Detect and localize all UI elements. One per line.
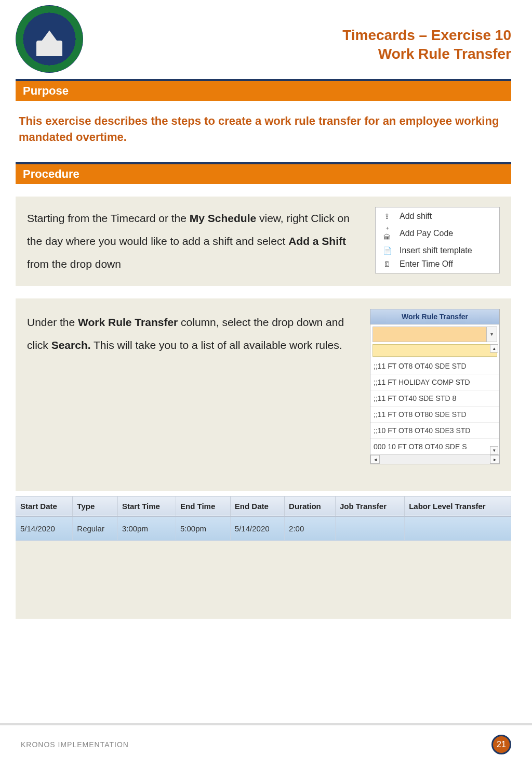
add-shift-icon: ⇪: [382, 212, 392, 220]
dropdown-option[interactable]: ;;11 FT OT40 SDE STD 8: [370, 390, 499, 406]
shift-table: Start Date Type Start Time End Time End …: [16, 496, 511, 541]
cell-type[interactable]: Regular: [73, 516, 118, 541]
title-line-2: Work Rule Transfer: [342, 45, 511, 63]
purpose-heading: Purpose: [16, 79, 511, 101]
scroll-left-button[interactable]: ◂: [370, 455, 380, 464]
dropdown-option-list: ;;11 FT OT8 OT40 SDE STD ;;11 FT HOLIDAY…: [370, 358, 499, 454]
context-menu: ⇪ Add shift ⁺🏛 Add Pay Code 📄 Insert shi…: [375, 207, 500, 273]
scroll-track[interactable]: [380, 455, 490, 464]
col-type: Type: [73, 496, 118, 516]
context-menu-label: Enter Time Off: [400, 259, 453, 269]
scroll-right-button[interactable]: ▸: [490, 455, 499, 464]
step-1-text: Starting from the Timecard or the My Sch…: [27, 207, 363, 276]
purpose-text: This exercise describes the steps to cre…: [0, 101, 532, 156]
scroll-up-button[interactable]: ▴: [490, 344, 498, 353]
cell-duration[interactable]: 2:00: [285, 516, 336, 541]
col-end-time: End Time: [176, 496, 231, 516]
shift-table-container: Start Date Type Start Time End Time End …: [16, 494, 511, 619]
title-line-1: Timecards – Exercise 10: [342, 26, 511, 45]
procedure-heading: Procedure: [16, 162, 511, 184]
scroll-down-button[interactable]: ▾: [490, 446, 498, 454]
insert-template-icon: 📄: [382, 246, 392, 255]
dropdown-option[interactable]: ;;11 FT OT8 OT40 SDE STD: [370, 358, 499, 374]
context-menu-label: Add shift: [400, 212, 432, 221]
cell-start-time[interactable]: 3:00pm: [117, 516, 176, 541]
dropdown-search-field[interactable]: [373, 344, 497, 357]
context-menu-label: Add Pay Code: [400, 229, 453, 238]
cell-end-date[interactable]: 5/14/2020: [230, 516, 284, 541]
page-number-badge: 21: [491, 735, 511, 754]
context-menu-add-pay-code[interactable]: ⁺🏛 Add Pay Code: [376, 223, 499, 244]
table-header-row: Start Date Type Start Time End Time End …: [16, 496, 511, 516]
context-menu-label: Insert shift template: [400, 246, 472, 255]
context-menu-enter-time-off[interactable]: 🗓 Enter Time Off: [376, 257, 499, 271]
cell-end-time[interactable]: 5:00pm: [176, 516, 231, 541]
dropdown-value: [373, 327, 486, 342]
col-start-date: Start Date: [16, 496, 73, 516]
col-duration: Duration: [285, 496, 336, 516]
table-row[interactable]: 5/14/2020 Regular 3:00pm 5:00pm 5/14/202…: [16, 516, 511, 541]
chevron-down-icon[interactable]: ▾: [486, 327, 497, 342]
page-footer: KRONOS IMPLEMENTATION 21: [0, 723, 532, 769]
dropdown-option[interactable]: ;;11 FT HOLIDAY COMP STD: [370, 374, 499, 390]
dropdown-option[interactable]: 000 10 FT OT8 OT40 SDE S: [370, 438, 499, 454]
col-end-date: End Date: [230, 496, 284, 516]
dropdown-header: Work Rule Transfer: [370, 309, 499, 324]
horizontal-scrollbar[interactable]: ◂ ▸: [370, 454, 499, 464]
col-labor-level-transfer: Labor Level Transfer: [405, 496, 511, 516]
cell-job-transfer[interactable]: [335, 516, 404, 541]
document-title: Timecards – Exercise 10 Work Rule Transf…: [342, 26, 511, 64]
step-2-text: Under the Work Rule Transfer column, sel…: [27, 309, 364, 357]
cell-labor-level-transfer[interactable]: [405, 516, 511, 541]
col-job-transfer: Job Transfer: [335, 496, 404, 516]
procedure-step-2: Under the Work Rule Transfer column, sel…: [16, 298, 511, 491]
col-start-time: Start Time: [117, 496, 176, 516]
dropdown-option[interactable]: ;;10 FT OT8 OT40 SDE3 STD: [370, 422, 499, 438]
footer-text: KRONOS IMPLEMENTATION: [21, 740, 129, 749]
time-off-icon: 🗓: [382, 260, 392, 268]
add-pay-code-icon: ⁺🏛: [382, 225, 392, 242]
dropdown-select[interactable]: ▾: [373, 327, 497, 342]
procedure-step-1: Starting from the Timecard or the My Sch…: [16, 197, 511, 286]
cell-start-date[interactable]: 5/14/2020: [16, 516, 73, 541]
context-menu-insert-shift-template[interactable]: 📄 Insert shift template: [376, 244, 499, 257]
ct-das-seal: [16, 5, 83, 73]
context-menu-add-shift[interactable]: ⇪ Add shift: [376, 210, 499, 223]
dropdown-option[interactable]: ;;11 FT OT8 OT80 SDE STD: [370, 406, 499, 422]
work-rule-transfer-dropdown: Work Rule Transfer ▾ ▴ ▾ ;;11 FT OT8 OT4…: [370, 309, 500, 464]
